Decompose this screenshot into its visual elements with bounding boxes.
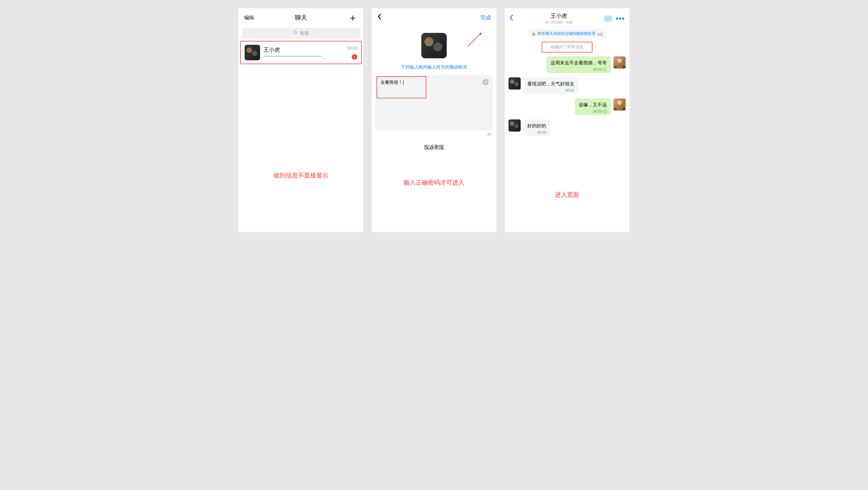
avatar-wrap bbox=[372, 33, 496, 58]
svg-line-1 bbox=[296, 33, 297, 34]
message-bubble[interactable]: 这周末去不去看熊猫，哥哥10:22✓ bbox=[547, 56, 611, 73]
text-cursor bbox=[403, 80, 404, 85]
avatar bbox=[421, 33, 447, 58]
encryption-bar: 🔒 所有聊天消息经过端到端加密处理 📖 bbox=[508, 29, 626, 38]
recall-notice: 你撤回了所有消息 bbox=[542, 42, 592, 53]
message-bubble[interactable]: 好的好的10:23 bbox=[523, 119, 550, 136]
chat-list-item[interactable]: 王小虎 ************************************… bbox=[240, 41, 362, 64]
header: 王小虎 ID: 2501982 · 在线 ••• bbox=[505, 8, 629, 27]
message-text: 这周末去不去看熊猫，哥哥 bbox=[551, 60, 607, 66]
annotation-caption: 进入页面 bbox=[505, 191, 629, 199]
message-row: 好的好的10:23 bbox=[505, 117, 629, 138]
encryption-text: 所有聊天消息经过端到端加密处理 bbox=[537, 31, 595, 36]
back-button[interactable] bbox=[509, 15, 514, 23]
message-row: 这周末去不去看熊猫，哥哥10:22✓ bbox=[505, 54, 629, 75]
title-wrap: 王小虎 ID: 2501982 · 在线 bbox=[514, 12, 604, 25]
book-icon: 📖 bbox=[597, 31, 603, 36]
header: 编辑 聊天 ＋ bbox=[239, 8, 363, 25]
passphrase-input-area[interactable]: 去看熊猫！ ✕ bbox=[375, 75, 493, 131]
message-avatar bbox=[508, 77, 521, 90]
message-bubble[interactable]: 看情况吧，天气好就去10:22 bbox=[523, 77, 578, 94]
new-chat-button[interactable]: ＋ bbox=[348, 13, 358, 23]
annotation-caption: 输入正确密码才可进入 bbox=[372, 178, 496, 187]
message-time: 10:22✓ bbox=[593, 67, 607, 71]
passphrase-hint: 下列输入框内输入对方的预设暗语 bbox=[372, 64, 496, 70]
message-row: 看情况吧，天气好就去10:22 bbox=[505, 75, 629, 96]
chat-preview: ***************************************.… bbox=[264, 55, 343, 59]
contact-status: ID: 2501982 · 在线 bbox=[514, 20, 604, 25]
message-text: 好的好的 bbox=[527, 123, 546, 129]
passphrase-input[interactable]: 去看熊猫！ bbox=[377, 76, 426, 98]
annotation-caption: 收到信息不直接显示 bbox=[239, 171, 363, 180]
unread-badge: 1 bbox=[352, 54, 357, 60]
chat-meta: 10:23 1 bbox=[347, 46, 357, 60]
chat-info: 王小虎 ************************************… bbox=[264, 46, 343, 59]
chat-name: 王小虎 bbox=[264, 46, 343, 54]
search-placeholder: 搜索 bbox=[300, 30, 309, 36]
search-icon bbox=[293, 30, 298, 36]
message-bubble[interactable]: 去嘛，又不远10:23✓ bbox=[575, 98, 611, 115]
search-input[interactable]: 搜索 bbox=[242, 28, 360, 39]
contact-name: 王小虎 bbox=[514, 12, 604, 20]
header-actions: ••• bbox=[604, 15, 625, 23]
char-count: 40 bbox=[372, 132, 491, 137]
message-avatar bbox=[614, 98, 626, 111]
svg-point-0 bbox=[294, 31, 297, 33]
done-button[interactable]: 完成 bbox=[480, 14, 491, 21]
chat-list-screen: 编辑 聊天 ＋ 搜索 王小虎 *************************… bbox=[239, 8, 363, 232]
delivered-icon: ✓ bbox=[603, 110, 607, 113]
encryption-notice: 🔒 所有聊天消息经过端到端加密处理 📖 bbox=[528, 29, 607, 38]
message-avatar bbox=[508, 119, 521, 132]
action-icon[interactable] bbox=[604, 16, 612, 22]
message-text: 去嘛，又不远 bbox=[579, 102, 607, 108]
conversation-screen: 王小虎 ID: 2501982 · 在线 ••• 🔒 所有聊天消息经过端到端加密… bbox=[505, 8, 629, 232]
back-button[interactable] bbox=[377, 13, 381, 22]
passphrase-screen: 完成 下列输入框内输入对方的预设暗语 去看熊猫！ ✕ 40 投诉举报 输入正确密… bbox=[372, 8, 496, 232]
message-time: 10:22 bbox=[565, 88, 574, 92]
lock-icon: 🔒 bbox=[531, 31, 536, 36]
edit-button[interactable]: 编辑 bbox=[244, 15, 254, 21]
input-value: 去看熊猫！ bbox=[380, 80, 403, 85]
header: 完成 bbox=[372, 8, 496, 25]
message-text: 看情况吧，天气好就去 bbox=[527, 81, 574, 87]
report-link[interactable]: 投诉举报 bbox=[372, 144, 496, 150]
clear-button[interactable]: ✕ bbox=[483, 79, 489, 85]
page-title: 聊天 bbox=[295, 13, 307, 22]
message-list: 这周末去不去看熊猫，哥哥10:22✓看情况吧，天气好就去10:22去嘛，又不远1… bbox=[505, 54, 629, 138]
chat-time: 10:23 bbox=[347, 46, 357, 50]
message-time: 10:23 bbox=[537, 130, 546, 134]
message-time: 10:23✓ bbox=[593, 109, 607, 113]
avatar bbox=[245, 45, 260, 60]
delivered-icon: ✓ bbox=[603, 67, 607, 71]
recall-wrap: 你撤回了所有消息 bbox=[505, 42, 629, 53]
more-button[interactable]: ••• bbox=[616, 15, 625, 23]
message-row: 去嘛，又不远10:23✓ bbox=[505, 96, 629, 117]
message-avatar bbox=[614, 56, 626, 68]
